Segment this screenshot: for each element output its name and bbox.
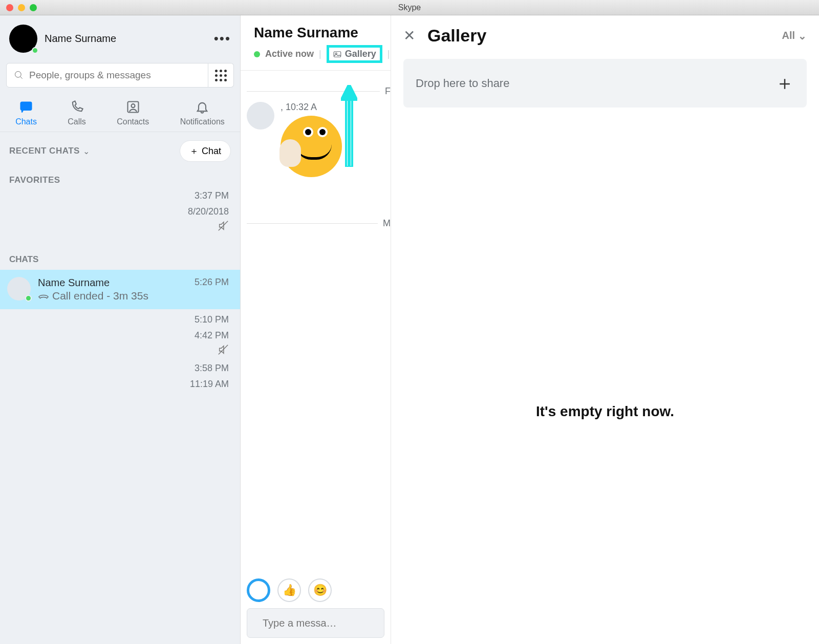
date-separator: F xyxy=(247,86,391,97)
gallery-panel: ✕ Gallery All ⌄ Drop here to share ＋ It'… xyxy=(391,15,819,644)
chat-item-name: Name Surname xyxy=(38,277,195,289)
nav-contacts-label: Contacts xyxy=(117,117,149,126)
drop-zone[interactable]: Drop here to share ＋ xyxy=(403,59,807,108)
thumbs-up-button[interactable]: 👍 xyxy=(277,578,301,602)
nav-contacts[interactable]: Contacts xyxy=(117,100,149,126)
gallery-title: Gallery xyxy=(427,26,486,46)
nav-calls-label: Calls xyxy=(68,117,86,126)
chat-item-time: 5:26 PM xyxy=(195,277,229,302)
plus-icon: ＋ xyxy=(189,145,199,157)
timestamp-entry: 3:37 PM xyxy=(0,185,240,201)
new-chat-label: Chat xyxy=(202,146,221,157)
chevron-down-icon: ⌄ xyxy=(798,30,807,42)
avatar xyxy=(7,277,31,300)
active-status: Active now xyxy=(265,49,314,59)
drop-zone-label: Drop here to share xyxy=(416,77,509,90)
timestamp-entry: 4:42 PM xyxy=(0,325,240,358)
chevron-down-icon[interactable]: ⌄ xyxy=(83,146,90,156)
profile-row: Name Surname ••• xyxy=(0,15,240,58)
timestamp-entry: 5:10 PM xyxy=(0,309,240,325)
cortana-button[interactable] xyxy=(247,578,270,602)
mute-icon xyxy=(218,344,229,355)
window-title: Skype xyxy=(398,3,421,12)
favorites-label[interactable]: FAVORITES xyxy=(9,175,231,185)
nav-calls[interactable]: Calls xyxy=(68,100,86,126)
message-input[interactable] xyxy=(263,617,391,629)
more-icon[interactable]: ••• xyxy=(214,31,231,47)
chats-icon xyxy=(19,100,33,114)
timestamp-entry: 11:19 AM xyxy=(0,374,240,390)
close-window[interactable] xyxy=(6,4,13,11)
nav-chats[interactable]: Chats xyxy=(15,100,37,126)
nav-notifications-label: Notifications xyxy=(180,117,225,126)
sidebar: Name Surname ••• Chats Calls Cont xyxy=(0,15,241,644)
plus-icon[interactable]: ＋ xyxy=(775,70,794,96)
timestamp-entry: 3:58 PM xyxy=(0,358,240,374)
annotation-arrow xyxy=(341,85,357,169)
nav-notifications[interactable]: Notifications xyxy=(180,100,225,126)
gallery-empty-state: It's empty right now. xyxy=(403,108,807,634)
messages[interactable]: F , 10:32 A M xyxy=(241,71,391,572)
gallery-link[interactable]: Gallery xyxy=(327,45,382,63)
titlebar: Skype xyxy=(0,0,819,15)
gallery-filter-label: All xyxy=(782,30,795,41)
calls-icon xyxy=(70,100,84,114)
mute-icon xyxy=(218,220,229,231)
profile-name[interactable]: Name Surname xyxy=(45,33,116,45)
message-time: , 10:32 A xyxy=(281,102,342,113)
chat-list-item-active[interactable]: Name Surname Call ended - 3m 35s 5:26 PM xyxy=(0,270,240,309)
call-ended-icon xyxy=(38,292,49,299)
avatar[interactable] xyxy=(9,25,37,53)
message-input-bar[interactable] xyxy=(247,608,384,638)
chat-title[interactable]: Name Surname xyxy=(254,25,391,41)
presence-dot xyxy=(32,47,38,54)
search-icon xyxy=(14,70,24,80)
message-row: , 10:32 A xyxy=(247,102,391,177)
minimize-window[interactable] xyxy=(18,4,25,11)
svg-point-4 xyxy=(131,104,135,108)
dialpad-button[interactable] xyxy=(208,63,234,88)
chat-pane: Name Surname Active now | Gallery | F , … xyxy=(241,15,391,644)
contacts-icon xyxy=(126,100,140,114)
picture-icon xyxy=(333,50,342,59)
svg-point-0 xyxy=(15,72,21,78)
svg-rect-7 xyxy=(334,51,341,57)
nav: Chats Calls Contacts Notifications xyxy=(0,93,240,132)
chats-label[interactable]: CHATS xyxy=(0,234,240,270)
svg-rect-2 xyxy=(21,102,32,110)
presence-dot xyxy=(25,295,32,302)
chat-header: Name Surname Active now | Gallery | xyxy=(241,15,391,71)
nav-chats-label: Chats xyxy=(15,117,37,126)
svg-rect-3 xyxy=(127,102,138,113)
date-separator: M xyxy=(247,218,391,229)
svg-line-1 xyxy=(20,77,23,79)
chat-item-subtitle: Call ended - 3m 35s xyxy=(52,290,148,302)
new-chat-button[interactable]: ＋Chat xyxy=(180,140,231,162)
notifications-icon xyxy=(195,100,209,114)
presence-dot xyxy=(254,51,260,57)
maximize-window[interactable] xyxy=(30,4,37,11)
search-input[interactable] xyxy=(29,70,201,81)
search-box[interactable] xyxy=(6,63,208,88)
timestamp-entry: 8/20/2018 xyxy=(0,201,240,234)
gallery-link-label: Gallery xyxy=(345,49,376,59)
smiley-button[interactable]: 😊 xyxy=(308,578,332,602)
window-controls xyxy=(6,4,37,11)
dialpad-icon xyxy=(215,70,227,81)
wave-emoji[interactable] xyxy=(281,116,342,177)
close-icon[interactable]: ✕ xyxy=(403,29,415,43)
composer: 👍 😊 xyxy=(241,572,391,644)
recent-chats-label[interactable]: RECENT CHATS xyxy=(9,146,80,156)
avatar[interactable] xyxy=(247,102,274,130)
gallery-filter[interactable]: All ⌄ xyxy=(782,30,807,42)
